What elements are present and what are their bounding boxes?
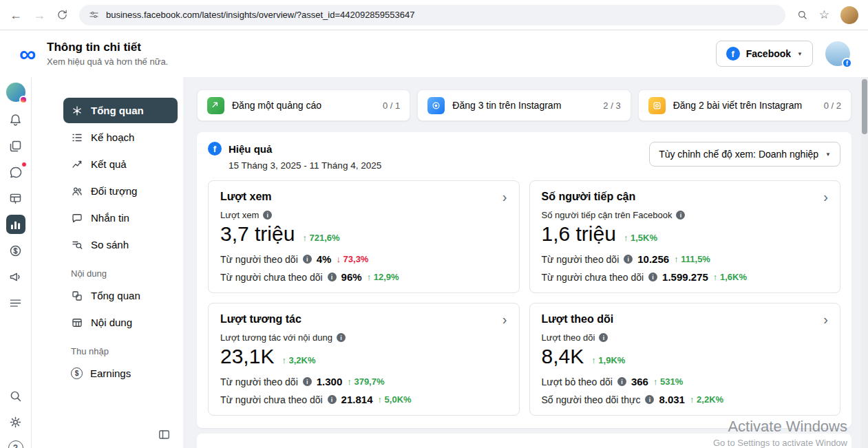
view-mode-label: Tùy chỉnh chế độ xem: Doanh nghiệp [659,149,818,160]
sidebar-item-content[interactable]: Nội dung [63,310,178,335]
inbox-chat-icon[interactable] [6,162,25,182]
platform-selector-button[interactable]: f Facebook ▼ [716,41,813,67]
sidebar-item-label: Tổng quan [91,105,144,116]
notification-dot [21,162,27,167]
metric-change: ↑ 1,5K% [624,233,657,243]
all-tools-icon[interactable] [6,293,25,312]
stat-label: Lượt bỏ theo dõi [542,376,613,387]
metric-card-title: Lượt xem [220,191,272,203]
task-progress: 2 / 3 [603,100,620,111]
stat-label: Từ người chưa theo dõi [542,272,644,283]
stat-change: ↓ 73,3% [336,254,368,264]
metric-card-follows[interactable]: Lượt theo dõi › Lượt theo dõi i 8,4K ↑ 1… [529,303,841,416]
settings-gear-icon[interactable] [6,412,25,431]
sidebar-item-overview[interactable]: Tổng quan [63,98,178,123]
browser-reload-icon[interactable] [56,9,68,21]
info-icon[interactable]: i [648,273,657,281]
planner-icon[interactable] [6,189,25,208]
metric-change: ↑ 3,2K% [282,355,315,365]
info-icon[interactable]: i [328,273,337,281]
notifications-bell-icon[interactable] [6,110,25,129]
help-icon[interactable]: ? [6,438,25,448]
info-icon[interactable]: i [303,255,312,264]
info-icon[interactable]: i [303,377,312,386]
metric-label: Lượt xem [220,210,259,220]
sidebar-item-messaging[interactable]: Nhắn tin [63,205,178,231]
metric-card-interactions[interactable]: Lượt tương tác › Lượt tương tác với nội … [208,303,520,416]
chevron-right-icon[interactable]: › [823,190,828,204]
metric-card-reach[interactable]: Số người tiếp cận › Số người tiếp cận tr… [529,180,841,293]
ads-megaphone-icon[interactable] [6,267,25,286]
sidebar-item-label: Earnings [90,367,131,379]
trend-line-icon [71,158,83,171]
account-avatar[interactable]: f [825,41,850,66]
address-bar[interactable]: business.facebook.com/latest/insights/ov… [79,5,785,25]
sidebar-item-content-overview[interactable]: Tổng quan [63,283,178,308]
search-icon[interactable] [6,386,25,405]
info-icon[interactable]: i [328,395,337,404]
chevron-down-icon: ▼ [825,151,831,158]
overview-asterisk-icon [71,105,83,117]
task-label: Đăng một quảng cáo [232,100,375,111]
info-icon[interactable]: i [645,395,654,404]
stat-change: ↑ 379,7% [347,376,384,387]
sidebar-item-benchmarking[interactable]: So sánh [63,232,178,257]
task-label: Đăng 2 bài viết trên Instagram [673,100,816,111]
info-icon[interactable]: i [337,333,346,342]
metric-value: 3,7 triệu [220,221,295,247]
stat-label: Từ người theo dõi [542,254,620,265]
scrollbar-thumb[interactable] [862,79,867,134]
facebook-badge-icon: f [842,58,852,68]
sidebar-item-plan[interactable]: Kế hoạch [63,125,178,150]
browser-back-icon[interactable]: ← [10,9,22,21]
page-scrollbar[interactable] [861,77,868,448]
info-icon[interactable]: i [263,211,272,220]
performance-title: Hiệu quả [229,143,272,155]
task-card-instagram-posts[interactable]: Đăng 2 bài viết trên Instagram 0 / 2 [638,89,851,121]
info-icon[interactable]: i [676,211,685,220]
stat-change: ↑ 111,5% [674,254,710,264]
browser-profile-avatar[interactable] [840,6,858,24]
performance-panel: f Hiệu quả 15 Tháng 3, 2025 - 11 Tháng 4… [197,132,851,428]
metric-card-views[interactable]: Lượt xem › Lượt xem i 3,7 triệu ↑ 721,6% [208,180,520,293]
info-icon[interactable]: i [617,377,626,386]
chevron-right-icon[interactable]: › [502,312,507,326]
task-label: Đăng 3 tin trên Instagram [452,100,595,111]
zoom-icon[interactable] [796,9,808,21]
app-header: ∞ Thông tin chi tiết Xem hiệu quả và hơn… [0,30,868,77]
browser-forward-icon[interactable]: → [33,9,45,21]
chevron-right-icon[interactable]: › [823,312,828,326]
task-card-run-ad[interactable]: Đăng một quảng cáo 0 / 1 [197,89,410,121]
collapse-sidebar-icon[interactable] [158,428,171,444]
bookmark-star-icon[interactable]: ☆ [819,9,829,21]
info-icon[interactable]: i [599,333,608,342]
metric-card-title: Lượt tương tác [220,313,301,326]
info-icon[interactable]: i [624,255,633,264]
facebook-logo-icon: f [726,47,740,61]
monetization-icon[interactable] [6,241,25,260]
site-settings-icon[interactable] [89,10,99,20]
sidebar-item-results[interactable]: Kết quả [63,151,178,177]
insights-icon[interactable] [6,215,25,234]
date-range: 15 Tháng 3, 2025 - 11 Tháng 4, 2025 [229,160,381,171]
meta-business-suite-window: ← → business.facebook.com/latest/insight… [0,0,868,448]
instagram-badge-icon [19,96,28,104]
page-heading: Thông tin chi tiết Xem hiệu quả và hơn t… [47,41,168,67]
chevron-right-icon[interactable]: › [502,190,507,204]
metric-value: 23,1K [220,343,274,370]
url-text: business.facebook.com/latest/insights/ov… [106,10,414,20]
sidebar-item-audience[interactable]: Đối tượng [63,178,178,204]
task-progress: 0 / 1 [383,100,400,111]
metric-card-title: Lượt theo dõi [542,313,614,326]
people-icon [71,185,83,198]
stat-value: 1.599.275 [662,271,708,283]
content-posts-icon[interactable] [6,136,25,156]
dollar-circle-icon: $ [71,367,83,379]
view-mode-dropdown[interactable]: Tùy chỉnh chế độ xem: Doanh nghiệp ▼ [649,142,840,167]
task-card-instagram-stories[interactable]: Đăng 3 tin trên Instagram 2 / 3 [417,89,631,121]
meta-logo-icon[interactable]: ∞ [7,42,47,65]
sidebar-item-earnings[interactable]: $ Earnings [63,361,178,386]
overlapping-squares-icon [71,290,83,302]
task-checklist-row: Đăng một quảng cáo 0 / 1 Đăng 3 tin trên… [197,89,851,121]
business-page-avatar[interactable] [6,83,25,102]
